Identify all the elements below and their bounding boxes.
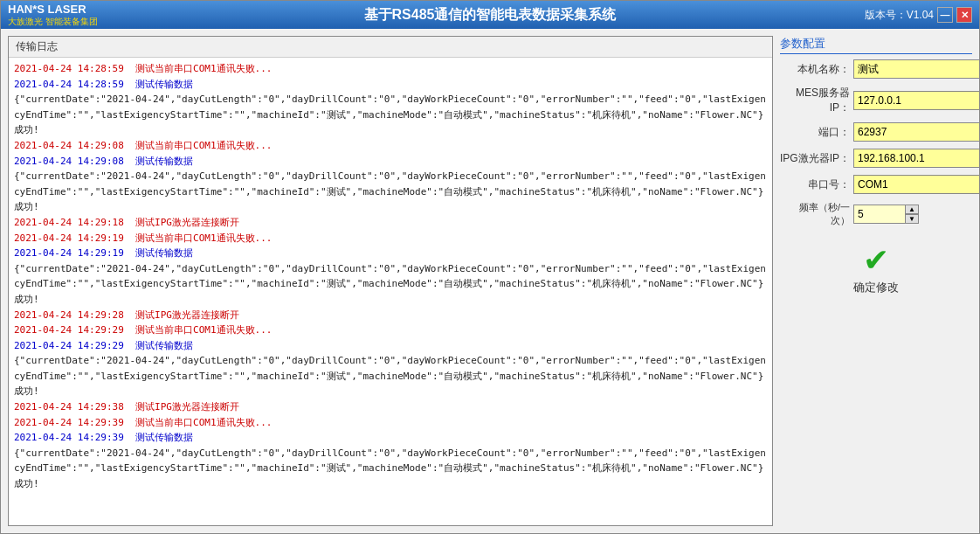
- log-line: 2021-04-24 14:29:38 测试IPG激光器连接断开: [14, 399, 767, 415]
- log-line: {"currentDate":"2021-04-24","dayCutLengt…: [14, 169, 767, 215]
- window-controls: 版本号：V1.04 — ✕: [865, 7, 972, 23]
- field-row-ipg-ip: IPG激光器IP：: [780, 149, 972, 168]
- log-line: 2021-04-24 14:29:39 测试传输数据: [14, 430, 767, 446]
- log-line: 2021-04-24 14:28:59 测试传输数据: [14, 77, 767, 93]
- log-line: 2021-04-24 14:29:19 测试当前串口COM1通讯失败...: [14, 231, 767, 246]
- logo-line2: 大族激光 智能装备集团: [8, 16, 98, 28]
- log-line: {"currentDate":"2021-04-24","dayCutLengt…: [14, 353, 767, 399]
- main-window: HAN*S LASER 大族激光 智能装备集团 基于RS485通信的智能电表数据…: [0, 0, 980, 534]
- input-com-port[interactable]: [853, 175, 979, 194]
- input-mes-ip[interactable]: [853, 91, 979, 110]
- log-line: {"currentDate":"2021-04-24","dayCutLengt…: [14, 446, 767, 492]
- content-area: 传输日志 2021-04-24 14:28:59 测试当前串口COM1通讯失败.…: [1, 29, 979, 533]
- logo-area: HAN*S LASER 大族激光 智能装备集团: [8, 3, 98, 28]
- version-label: 版本号：V1.04: [865, 8, 934, 23]
- freq-input[interactable]: [853, 205, 906, 224]
- log-line: 2021-04-24 14:28:59 测试当前串口COM1通讯失败...: [14, 61, 767, 77]
- confirm-icon: ✔: [854, 243, 898, 278]
- log-line: 2021-04-24 14:29:08 测试当前串口COM1通讯失败...: [14, 138, 767, 154]
- freq-input-wrap: ▲ ▼: [853, 205, 972, 224]
- freq-up-button[interactable]: ▲: [905, 205, 919, 214]
- log-line: 2021-04-24 14:29:19 测试传输数据: [14, 246, 767, 261]
- field-row-hostname: 本机名称：: [780, 59, 972, 79]
- log-line: 2021-04-24 14:29:18 测试IPG激光器连接断开: [14, 215, 767, 231]
- confirm-label: 确定修改: [853, 280, 899, 295]
- label-com-port: 串口号：: [780, 177, 850, 192]
- log-line: 2021-04-24 14:29:29 测试传输数据: [14, 338, 767, 354]
- config-panel: 参数配置 本机名称：MES服务器IP：端口：IPG激光器IP：串口号： 频率（秒…: [780, 36, 972, 526]
- label-hostname: 本机名称：: [780, 62, 850, 77]
- log-panel: 传输日志 2021-04-24 14:28:59 测试当前串口COM1通讯失败.…: [8, 36, 773, 526]
- field-row-com-port: 串口号：: [780, 175, 972, 194]
- minimize-button[interactable]: —: [937, 7, 953, 23]
- log-line: 2021-04-24 14:29:39 测试当前串口COM1通讯失败...: [14, 415, 767, 431]
- log-line: 2021-04-24 14:29:29 测试当前串口COM1通讯失败...: [14, 322, 767, 338]
- title-bar: HAN*S LASER 大族激光 智能装备集团 基于RS485通信的智能电表数据…: [1, 1, 979, 29]
- log-line: {"currentDate":"2021-04-24","dayCutLengt…: [14, 92, 767, 138]
- confirm-btn-area: ✔ 确定修改: [780, 243, 972, 295]
- confirm-button[interactable]: ✔ 确定修改: [853, 243, 899, 295]
- freq-row: 频率（秒/一次） ▲ ▼: [780, 201, 972, 227]
- freq-spinners: ▲ ▼: [905, 205, 919, 224]
- log-line: 2021-04-24 14:29:08 测试传输数据: [14, 154, 767, 170]
- field-row-mes-ip: MES服务器IP：: [780, 86, 972, 115]
- input-hostname[interactable]: [853, 59, 979, 79]
- log-line: 2021-04-24 14:29:28 测试IPG激光器连接断开: [14, 308, 767, 323]
- log-line: {"currentDate":"2021-04-24","dayCutLengt…: [14, 261, 767, 308]
- freq-down-button[interactable]: ▼: [905, 214, 919, 224]
- input-port[interactable]: [853, 122, 979, 142]
- input-ipg-ip[interactable]: [853, 149, 979, 168]
- checkmark-icon: ✔: [863, 245, 889, 276]
- config-panel-title: 参数配置: [780, 36, 972, 54]
- close-button[interactable]: ✕: [956, 7, 972, 23]
- label-ipg-ip: IPG激光器IP：: [780, 151, 850, 166]
- label-mes-ip: MES服务器IP：: [780, 86, 850, 115]
- logo-line1: HAN*S LASER: [8, 3, 98, 16]
- label-port: 端口：: [780, 125, 850, 140]
- window-title: 基于RS485通信的智能电表数据采集系统: [364, 6, 617, 24]
- field-row-port: 端口：: [780, 122, 972, 142]
- freq-label: 频率（秒/一次）: [780, 201, 850, 227]
- log-area[interactable]: 2021-04-24 14:28:59 测试当前串口COM1通讯失败...202…: [9, 58, 772, 525]
- log-panel-title: 传输日志: [9, 37, 772, 58]
- company-logo: HAN*S LASER 大族激光 智能装备集团: [8, 3, 98, 28]
